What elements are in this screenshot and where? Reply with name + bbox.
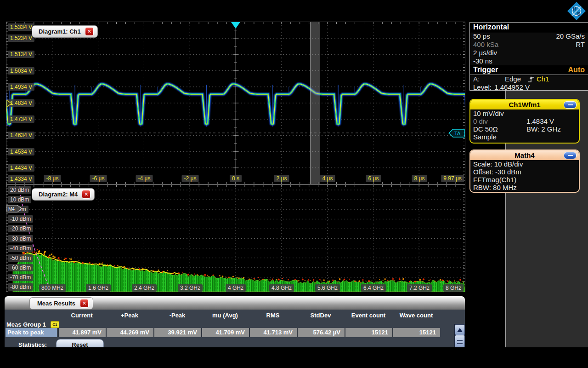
- math4-rbw-value: RBW: 80 MHz: [473, 184, 517, 191]
- axis-label: -6 µs: [90, 175, 107, 182]
- ch1-offset-marker[interactable]: [6, 100, 12, 107]
- diagram1-plot: [6, 22, 465, 184]
- meas-results-tab-label: Meas Results: [37, 300, 75, 307]
- axis-label: 1.4634 V: [8, 132, 34, 139]
- axis-label: 9.97 µs: [441, 175, 464, 182]
- horizontal-header: Horizontal: [470, 23, 588, 32]
- axis-label: 1.4734 V: [8, 115, 34, 123]
- axis-label: 4 µs: [320, 175, 335, 182]
- arrow-up-icon: [457, 328, 463, 332]
- ch1wfm1-header: Ch1Wfm1: [470, 100, 579, 109]
- axis-label: -2 µs: [182, 175, 199, 182]
- axis-label: 800 MHz: [39, 284, 66, 292]
- axis-label: 8 µs: [412, 175, 427, 182]
- meas-results-panel: Meas Results ✕ Current+Peak-Peakmu (Avg)…: [5, 296, 465, 347]
- statistics-label: Statistics:: [18, 340, 47, 347]
- diagram1-tab-label: Diagram1: Ch1: [39, 28, 81, 35]
- trigger-position-marker[interactable]: [231, 22, 240, 29]
- axis-label: -40 dBm: [8, 245, 33, 252]
- meas-group-label: Meas Group 1: [6, 321, 46, 328]
- axis-label: -30 dBm: [8, 235, 33, 242]
- axis-label: 3.2 GHz: [178, 284, 203, 292]
- meas-column-header: StdDev: [297, 312, 345, 320]
- close-icon[interactable]: ✕: [80, 299, 89, 308]
- trigger-header: Trigger Auto: [470, 65, 588, 75]
- trigger-level-marker[interactable]: TA: [448, 129, 465, 138]
- trigger-mode-value: Auto: [568, 65, 585, 75]
- horizontal-position-value: -30 ns: [473, 57, 492, 65]
- acquisition-mode-value: RT: [576, 40, 585, 49]
- axis-label: 0 s: [230, 175, 242, 182]
- diagram2-fft-area[interactable]: 20 dBm10 dBm0 dBm-10 dBm-20 dBm-30 dBm-4…: [6, 184, 465, 292]
- meas-value-cell: 41.709 mV: [201, 328, 249, 337]
- meas-results-tab[interactable]: Meas Results ✕: [29, 297, 93, 310]
- axis-label: 1.5234 V: [8, 34, 34, 42]
- meas-value-cell: 15121: [345, 328, 392, 337]
- axis-label: 2.4 GHz: [132, 284, 157, 292]
- meas-column-header: Wave count: [392, 312, 440, 320]
- analysis-cursor-band[interactable]: [310, 22, 320, 184]
- meas-group-row[interactable]: Meas Group 1 C1: [6, 321, 59, 328]
- math4-header: Math4: [470, 150, 579, 160]
- diagram2-tab-label: Diagram2: M4: [39, 191, 78, 198]
- axis-label: 7.2 GHz: [407, 284, 432, 292]
- math4-signal-box[interactable]: Math4 Scale: 10 dB/div Offset: -30 dBm F…: [469, 150, 580, 193]
- close-icon[interactable]: ✕: [82, 190, 90, 199]
- axis-label: 1.4534 V: [8, 148, 34, 155]
- axis-label: 1.4934 V: [8, 83, 34, 91]
- meas-column-header: +Peak: [106, 312, 153, 320]
- source-badge: C1: [51, 321, 59, 328]
- axis-label: -20 dBm: [8, 225, 33, 232]
- axis-label: 20 dBm: [8, 186, 31, 194]
- timebase-scale-value: 2 µs/div: [473, 49, 497, 57]
- ch1-offset-value: 1.4834 V: [526, 117, 554, 125]
- diagram2-tab[interactable]: Diagram2: M4 ✕: [32, 188, 95, 201]
- meas-value-cell: 15121: [392, 328, 440, 337]
- meas-scrollbar[interactable]: [454, 324, 465, 347]
- axis-label: 6 µs: [366, 175, 381, 182]
- rising-edge-icon: [528, 76, 535, 83]
- scroll-thumb[interactable]: [455, 335, 465, 347]
- math4-reference-marker[interactable]: M4: [6, 205, 22, 213]
- rohde-schwarz-logo-icon: R S: [567, 1, 586, 21]
- axis-label: -10 dBm: [8, 215, 33, 223]
- axis-label: 5.6 GHz: [315, 284, 340, 292]
- minimize-icon: [568, 104, 573, 105]
- trigger-level-value: 1.464952 V: [494, 83, 530, 91]
- reset-statistics-button[interactable]: Reset: [56, 339, 104, 347]
- ch1-scale-value: 10 mV/div: [473, 109, 504, 117]
- scroll-up-button[interactable]: [455, 324, 465, 335]
- axis-label: 1.5034 V: [8, 67, 34, 75]
- trigger-source-value: Ch1: [537, 75, 549, 83]
- close-icon[interactable]: ✕: [85, 27, 94, 36]
- ch1-decimation-value: Sample: [473, 133, 497, 141]
- meas-value-cell: 41.713 mV: [249, 328, 297, 337]
- ch1-coupling-value: DC 50Ω: [473, 125, 498, 133]
- meas-value-cell: 41.897 mV: [58, 328, 106, 337]
- meas-column-header: Event count: [345, 312, 392, 320]
- meas-column-header: mu (Avg): [201, 312, 249, 320]
- axis-label: -60 dBm: [8, 264, 33, 271]
- ch1wfm1-signal-box[interactable]: Ch1Wfm1 10 mV/div 0 div 1.4834 V DC 50Ω …: [469, 99, 580, 144]
- diagram1-tab[interactable]: Diagram1: Ch1 ✕: [32, 25, 98, 38]
- axis-label: -4 µs: [136, 175, 153, 182]
- axis-label: -8 µs: [44, 175, 61, 182]
- oscilloscope-screen: R S 1.5334 V1.5234 V1.5134 V1.5034 V1.49…: [0, 0, 588, 368]
- axis-label: 4 GHz: [226, 284, 246, 292]
- svg-text:S: S: [577, 11, 580, 17]
- axis-label: 1.5334 V: [8, 23, 34, 31]
- minimize-button[interactable]: [564, 101, 577, 109]
- axis-label: 1.5134 V: [8, 51, 34, 58]
- meas-row-label[interactable]: Peak to peak: [6, 328, 57, 337]
- axis-label: -70 dBm: [8, 274, 33, 281]
- record-length-value: 400 kSa: [473, 40, 498, 48]
- axis-label: 10 dBm: [8, 196, 31, 203]
- axis-label: 2 µs: [274, 175, 289, 182]
- ch1-position-value: 0 div: [473, 117, 488, 125]
- axis-label: 1.4334 V: [8, 175, 34, 183]
- math4-offset-value: Offset: -30 dBm: [473, 168, 521, 176]
- diagram1-waveform-area[interactable]: 1.5334 V1.5234 V1.5134 V1.5034 V1.4934 V…: [6, 22, 465, 184]
- resolution-value: 50 ps: [473, 32, 490, 40]
- minimize-button[interactable]: [564, 152, 577, 159]
- horizontal-trigger-box[interactable]: Horizontal 50 ps 20 GSa/s 400 kSa RT 2 µ…: [469, 22, 588, 91]
